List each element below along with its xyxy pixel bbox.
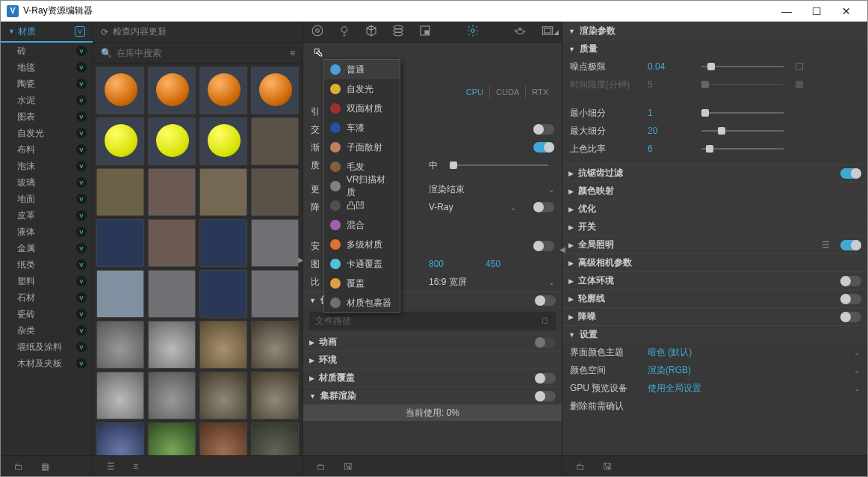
animation-toggle[interactable] [535, 337, 556, 348]
min-subdiv-input[interactable]: 1 [648, 108, 689, 118]
gi-section[interactable]: ▶全局照明☰ [562, 236, 867, 253]
material-type-item[interactable]: VR扫描材质 [324, 176, 400, 196]
time-limit-input[interactable]: 5 [648, 79, 689, 90]
category-item[interactable]: 砖V [1, 43, 93, 59]
environment-section[interactable]: ▶环境 [303, 351, 562, 369]
category-item[interactable]: 杂类V [1, 322, 93, 339]
close-button[interactable]: ✕ [831, 5, 861, 17]
swarm-section[interactable]: ▼集群渲染 [303, 387, 562, 404]
folder-icon[interactable]: 🗀 [576, 461, 585, 472]
material-type-item[interactable]: 材质包裹器 [324, 293, 400, 313]
lights-tool-icon[interactable] [338, 24, 351, 40]
file-browse-icon[interactable]: 🗋 [541, 316, 550, 326]
dropdown-icon[interactable]: ⌄ [510, 203, 516, 212]
check-update-label[interactable]: 检查内容更新 [113, 25, 167, 38]
material-thumb[interactable] [96, 422, 144, 455]
progressive-toggle[interactable] [533, 142, 554, 153]
material-thumb[interactable] [251, 168, 299, 216]
quality-slider[interactable] [450, 164, 548, 166]
material-type-item[interactable]: 多级材质 [324, 235, 400, 254]
dropdown-icon[interactable]: ⌄ [548, 185, 554, 194]
category-item[interactable]: 地面V [1, 191, 93, 207]
category-item[interactable]: 泡沫V [1, 158, 93, 174]
material-thumb[interactable] [148, 422, 196, 455]
material-thumb[interactable] [148, 321, 196, 369]
category-item[interactable]: 玻璃V [1, 174, 93, 191]
category-item[interactable]: 水泥V [1, 92, 93, 108]
category-item[interactable]: 瓷砖V [1, 306, 93, 322]
material-thumb[interactable] [251, 219, 299, 267]
dropdown-icon[interactable]: ⌄ [854, 384, 860, 393]
optimization-section[interactable]: ▶优化 [562, 200, 867, 218]
grid-view-icon[interactable]: ▦ [41, 461, 49, 472]
material-thumb[interactable] [96, 270, 144, 318]
noise-slider[interactable] [701, 66, 784, 67]
materials-tab[interactable]: ▼ 材质 V [1, 22, 93, 43]
category-item[interactable]: 塑料V [1, 273, 93, 289]
panel-collapse-handle[interactable]: ◀ [559, 245, 565, 253]
render-params-header[interactable]: ▼渲染参数 [562, 22, 867, 40]
material-thumb[interactable] [199, 219, 247, 267]
material-thumb[interactable] [96, 321, 144, 369]
material-type-item[interactable]: 混合 [324, 215, 400, 235]
toolbar-overflow-icon[interactable]: ◢ [554, 28, 559, 36]
filter-icon[interactable]: ≡ [290, 48, 295, 58]
category-item[interactable]: 自发光V [1, 125, 93, 141]
material-thumb[interactable] [96, 219, 144, 267]
color-mapping-section[interactable]: ▶颜色映射 [562, 182, 867, 200]
frame-render-icon[interactable] [541, 24, 554, 40]
material-thumb[interactable] [148, 168, 196, 216]
material-thumb[interactable] [199, 422, 247, 455]
settings-tool-icon[interactable] [466, 24, 480, 40]
material-thumb[interactable] [199, 372, 247, 419]
material-thumb[interactable] [148, 372, 196, 419]
contour-section[interactable]: ▶轮廓线 [562, 289, 867, 307]
material-thumb[interactable] [251, 372, 299, 419]
aa-filter-section[interactable]: ▶抗锯齿过滤 [562, 164, 867, 182]
category-item[interactable]: 图表V [1, 108, 93, 125]
panel-expand-handle[interactable]: ▶ [298, 256, 303, 264]
maximize-button[interactable]: ☐ [802, 5, 831, 17]
file-path-input[interactable]: 文件路径🗋 [309, 312, 556, 330]
folder-icon[interactable]: 🗀 [317, 461, 326, 472]
mat-override-toggle[interactable] [535, 373, 556, 384]
gi-options-icon[interactable]: ☰ [822, 240, 830, 250]
material-thumb[interactable] [199, 67, 247, 114]
material-thumb[interactable] [96, 67, 144, 114]
theme-dropdown[interactable]: 暗色 (默认) [648, 346, 692, 359]
material-thumb[interactable] [148, 219, 196, 267]
teapot-render-icon[interactable] [514, 24, 527, 40]
color-ratio-input[interactable]: 6 [648, 144, 689, 154]
materials-tool-icon[interactable] [311, 24, 324, 40]
cuda-tab[interactable]: CUDA [490, 86, 526, 98]
refresh-icon[interactable]: ⟳ [101, 27, 108, 37]
category-item[interactable]: 皮革V [1, 207, 93, 224]
material-type-item[interactable]: 卡通覆盖 [324, 254, 400, 274]
rtx-tab[interactable]: RTX [526, 86, 554, 98]
material-thumb[interactable] [199, 321, 247, 369]
dropdown-icon[interactable]: ⌄ [854, 366, 860, 375]
image-width-input[interactable]: 800 [429, 259, 444, 269]
denoiser-toggle[interactable] [533, 202, 554, 212]
material-type-item[interactable]: 子面散射 [324, 138, 400, 157]
denoise-toggle[interactable] [840, 312, 861, 322]
material-type-item[interactable]: 覆盖 [324, 274, 400, 293]
max-subdiv-input[interactable]: 20 [648, 126, 689, 136]
material-thumb[interactable] [96, 168, 144, 216]
category-item[interactable]: 液体V [1, 224, 93, 240]
dropdown-icon[interactable]: ⌄ [854, 348, 860, 357]
geometry-tool-icon[interactable] [365, 24, 378, 40]
interactive-toggle[interactable] [533, 124, 554, 135]
folder-icon[interactable]: 🗀 [14, 461, 23, 472]
material-thumb[interactable] [148, 67, 196, 114]
stereo-section[interactable]: ▶立体环境 [562, 271, 867, 289]
material-thumb[interactable] [251, 67, 299, 114]
material-thumb[interactable] [251, 321, 299, 369]
swarm-toggle[interactable] [535, 391, 556, 401]
denoise-section[interactable]: ▶降噪 [562, 307, 867, 325]
category-item[interactable]: 木材及夹板V [1, 355, 93, 372]
max-subdiv-slider[interactable] [701, 130, 784, 132]
material-thumb[interactable] [96, 372, 144, 419]
noise-limit-input[interactable]: 0.04 [648, 61, 689, 72]
switches-section[interactable]: ▶开关 [562, 218, 867, 236]
